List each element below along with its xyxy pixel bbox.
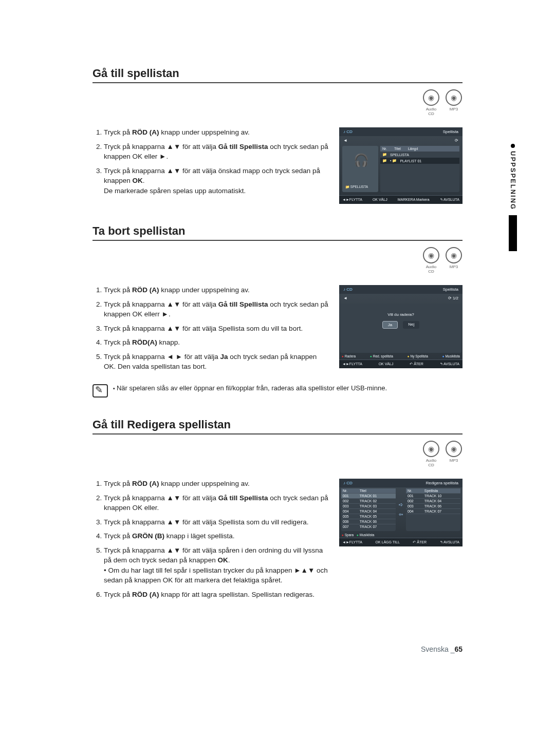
table-row: 005TRACK 05 — [341, 514, 396, 519]
step: Tryck på knapparna ▲▼ för att välja spår… — [104, 545, 330, 585]
track-list: Nr.TitelLängd SPELLISTA ▪ 📁 PLAYLIST 01 — [380, 146, 459, 192]
side-tab: UPPSPELNING — [507, 144, 519, 298]
move-arrows: ➪⇦ — [399, 488, 403, 531]
step: Tryck på RÖD (A) knapp under uppspelning… — [104, 479, 330, 489]
table-row: 004TRACK 04 — [341, 508, 396, 514]
no-button[interactable]: Nej — [403, 321, 419, 329]
section-heading-edit-playlist: Gå till Redigera spellistan — [92, 418, 462, 434]
table-row — [406, 514, 460, 515]
yes-button[interactable]: Ja — [382, 321, 398, 329]
step: Tryck på RÖD (A) knapp för att lagra spe… — [104, 590, 330, 600]
yellow-action[interactable]: Ny Spellista — [408, 354, 428, 358]
format-badges: ◉Audio CD ◉MP3 — [92, 247, 462, 274]
note-icon — [92, 384, 108, 398]
step: Tryck på knapparna ▲▼ för att välja Gå t… — [104, 299, 330, 319]
thumb-index-mark — [509, 215, 517, 251]
mp3-badge: ◉MP3 — [445, 89, 462, 116]
red-action[interactable]: Radera — [342, 354, 356, 358]
table-row: 002TRACK 04 — [406, 498, 460, 503]
folder-row: SPELLISTA — [380, 152, 459, 158]
dialog-question: Vill du radera? — [370, 312, 432, 317]
play-icon: ◄ — [343, 138, 347, 143]
blue-action[interactable]: Musiklista — [442, 354, 460, 358]
step: Tryck på knapparna ▲▼ för att välja önsk… — [104, 166, 330, 196]
red-action[interactable]: Spara — [342, 533, 354, 537]
table-row: 007TRACK 07 — [341, 524, 396, 529]
step: Tryck på knapparna ▲▼ för att välja Spel… — [104, 517, 330, 527]
format-badges: ◉Audio CD ◉MP3 — [92, 441, 462, 467]
section-heading-delete-playlist: Ta bort spellistan — [92, 224, 462, 241]
steps-list: Tryck på RÖD (A) knapp under uppspelning… — [92, 127, 330, 196]
screenshot-edit-playlist: ♪ CDRedigera spellista Nr.Titel 001TRACK… — [339, 479, 462, 546]
side-tab-label: UPPSPELNING — [509, 151, 517, 210]
step: Tryck på GRÖN (B) knapp i läget spellist… — [104, 531, 330, 541]
table-row: 004TRACK 07 — [406, 508, 460, 514]
folder-row: ▪ 📁 PLAYLIST 01 — [380, 158, 459, 164]
format-badges: ◉Audio CD ◉MP3 — [92, 89, 462, 116]
step: Tryck på RÖD(A) knapp. — [104, 337, 330, 348]
screenshot-playlist-browser: ♪ CDSpellista ◄⟳ 📁 SPELLISTA Nr.TitelLän… — [339, 127, 462, 204]
table-row: 002TRACK 02 — [341, 498, 396, 503]
playlist-pane: Nr.Spellista 001TRACK 10 002TRACK 04 003… — [406, 488, 460, 531]
step: Tryck på knapparna ◄ ► för att välja Ja … — [104, 352, 330, 372]
table-row: 003TRACK 03 — [341, 503, 396, 508]
table-row: 001TRACK 01 — [341, 493, 396, 498]
step: Tryck på knapparna ▲▼ för att välja Gå t… — [104, 493, 330, 513]
table-row: 001TRACK 10 — [406, 493, 460, 498]
note-text: När spelaren slås av eller öppnar en fil… — [113, 384, 387, 392]
green-action[interactable]: Red. spellista — [370, 354, 393, 358]
audio-cd-badge: ◉Audio CD — [422, 247, 440, 274]
arrow-right-icon: ➪ — [399, 502, 403, 507]
now-playing-art: 📁 SPELLISTA — [342, 146, 378, 192]
note: När spelaren slås av eller öppnar en fil… — [92, 384, 462, 398]
steps-list: Tryck på RÖD (A) knapp under uppspelning… — [92, 479, 330, 600]
source-tracks-pane: Nr.Titel 001TRACK 01 002TRACK 02 003TRAC… — [341, 488, 396, 531]
audio-cd-badge: ◉Audio CD — [422, 89, 440, 116]
mp3-badge: ◉MP3 — [445, 441, 462, 467]
table-row: 006TRACK 06 — [341, 519, 396, 524]
page-footer: Svenska _65 — [92, 645, 462, 653]
confirm-dialog: Vill du radera? Ja Nej — [370, 312, 432, 329]
bullet-icon — [511, 144, 515, 148]
arrow-left-icon: ⇦ — [399, 512, 403, 517]
steps-list: Tryck på RÖD (A) knapp under uppspelning… — [92, 285, 330, 372]
audio-cd-badge: ◉Audio CD — [422, 441, 440, 467]
mp3-badge: ◉MP3 — [445, 247, 462, 274]
section-heading-go-to-playlist: Gå till spellistan — [92, 67, 462, 83]
green-action[interactable]: Musiklista — [357, 533, 374, 537]
step: Tryck på knapparna ▲▼ för att välja Spel… — [104, 324, 330, 334]
screenshot-delete-dialog: ♪ CDSpellista ◄⟳ 1/2 Vill du radera? Ja … — [339, 285, 462, 368]
step: Tryck på RÖD (A) knapp under uppspelning… — [104, 127, 330, 138]
step: Tryck på knapparna ▲▼ för att välja Gå t… — [104, 142, 330, 162]
step: Tryck på RÖD (A) knapp under uppspelning… — [104, 285, 330, 295]
table-row: 003TRACK 06 — [406, 503, 460, 508]
